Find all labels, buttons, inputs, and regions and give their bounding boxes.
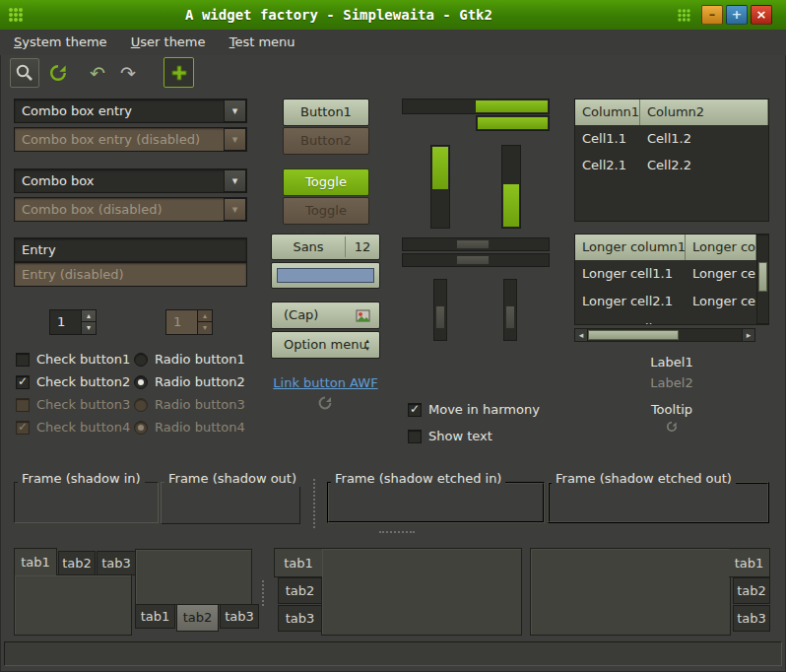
font-button[interactable]: Sans 12: [271, 234, 380, 260]
spin-up-icon: ▴: [198, 310, 212, 322]
refresh-button[interactable]: [43, 58, 73, 88]
tree-cell[interactable]: Longer ce: [686, 260, 756, 287]
cap-button[interactable]: (Cap): [271, 302, 380, 329]
tree-column-header[interactable]: Column1: [575, 100, 640, 125]
color-button[interactable]: [271, 262, 380, 289]
checkbox-box: ✓: [408, 403, 422, 417]
menu-system-theme[interactable]: System theme: [4, 30, 117, 55]
chevron-down-icon: ▾: [232, 203, 238, 216]
checkbox-box: ✓: [16, 421, 30, 435]
tree-cell[interactable]: Cell1.2: [640, 125, 768, 152]
link-button[interactable]: Link button AWF: [273, 375, 377, 390]
radio-circle: [134, 375, 148, 389]
tree-cell[interactable]: Cell2.1: [575, 152, 640, 178]
tab-right-1[interactable]: tab1: [729, 548, 770, 577]
scrollbar-handle[interactable]: [456, 255, 490, 265]
tab-bottom-3[interactable]: tab3: [220, 604, 259, 629]
checkbox-box: [16, 353, 30, 367]
tab-right-3[interactable]: tab3: [733, 605, 770, 632]
vertical-scale-2[interactable]: [501, 145, 521, 229]
arrow-left-icon[interactable]: ◂: [575, 329, 588, 341]
minimize-button[interactable]: –: [701, 5, 723, 25]
menu-test-menu[interactable]: Test menu: [220, 30, 305, 55]
horizontal-scrollbar-2[interactable]: [402, 253, 550, 267]
chevron-down-icon: ▾: [232, 104, 238, 117]
spin-button[interactable]: 1 ▴ ▾: [49, 309, 97, 335]
close-button[interactable]: ×: [751, 5, 772, 25]
minimize-icon: –: [709, 7, 716, 22]
vertical-scale-1[interactable]: [430, 145, 450, 229]
tab-bottom-2[interactable]: tab2: [176, 604, 219, 632]
horizontal-scrollbar-1[interactable]: [402, 237, 550, 251]
maximize-icon: +: [732, 7, 743, 22]
text-entry[interactable]: Entry: [14, 237, 247, 262]
tree-horizontal-scrollbar[interactable]: ◂ ▸: [574, 328, 755, 342]
scrollbar-handle[interactable]: [588, 330, 679, 340]
reload-icon[interactable]: [317, 395, 333, 411]
scrollbar-handle[interactable]: [456, 239, 490, 249]
tab-top-1[interactable]: tab1: [14, 548, 57, 575]
tab-left-1[interactable]: tab1: [274, 548, 322, 577]
radio-circle: [134, 398, 148, 412]
button2-disabled: Button2: [283, 127, 369, 155]
vertical-scrollbar-1[interactable]: [433, 279, 447, 341]
tree-cell[interactable]: Cell1.1: [575, 125, 640, 152]
combo-box[interactable]: Combo box: [14, 168, 247, 193]
combo-box-entry[interactable]: Combo box entry: [14, 99, 247, 123]
tree-cell[interactable]: Longer ce: [686, 315, 756, 325]
scale-slider[interactable]: [432, 147, 448, 189]
tab-left-3[interactable]: tab3: [278, 605, 322, 632]
spin-up-icon[interactable]: ▴: [82, 310, 96, 322]
option-menu[interactable]: Option menu ▴▾: [271, 331, 380, 359]
tree-vertical-scrollbar[interactable]: [756, 235, 769, 324]
maximize-button[interactable]: +: [726, 5, 748, 25]
spin-value: 1: [166, 310, 197, 334]
scrollbar-handle[interactable]: [505, 305, 515, 329]
check-icon: ✓: [18, 420, 28, 434]
toolbar: ↶ ↷: [0, 55, 786, 93]
tab-top-3[interactable]: tab3: [97, 551, 136, 575]
tree-column-header[interactable]: Column2: [640, 100, 768, 125]
arrow-right-icon[interactable]: ▸: [742, 329, 754, 341]
tab-right-2[interactable]: tab2: [733, 577, 770, 604]
dots-grid-icon[interactable]: [677, 8, 691, 23]
tree-cell[interactable]: Longer cell2.1: [575, 288, 686, 314]
tree-cell[interactable]: Longer cell3.1: [575, 315, 686, 325]
tree-view-2[interactable]: Longer column1 Longer co Longer cell1.1 …: [574, 234, 769, 325]
tab-left-2[interactable]: tab2: [278, 577, 322, 604]
frame-shadow-in: [14, 482, 159, 523]
tree-column-header[interactable]: Longer co: [686, 235, 756, 260]
toggle-button1[interactable]: Toggle button1: [283, 168, 369, 196]
frame-label: Frame (shadow in): [18, 471, 145, 487]
chevron-down-icon: ▾: [232, 133, 238, 146]
tree-cell[interactable]: Longer ce: [686, 288, 756, 314]
toggle-button2-disabled: Toggle button2: [283, 197, 369, 225]
vertical-scrollbar-2[interactable]: [503, 279, 517, 341]
spin-down-icon[interactable]: ▾: [82, 322, 96, 334]
combo-box-dropdown[interactable]: ▾: [224, 169, 246, 192]
scrollbar-handle[interactable]: [758, 262, 767, 292]
combo-box-entry-dropdown[interactable]: ▾: [224, 100, 246, 122]
radio-circle: [134, 421, 148, 435]
titlebar[interactable]: A widget factory - Simplewaita - Gtk2 – …: [0, 0, 786, 30]
tree-view-1[interactable]: Column1 Column2 Cell1.1 Cell1.2 Cell2.1 …: [574, 99, 769, 222]
scrollbar-handle[interactable]: [435, 305, 445, 329]
redo-button[interactable]: ↷: [113, 58, 143, 88]
menu-user-theme[interactable]: User theme: [121, 30, 216, 55]
scale-slider[interactable]: [503, 184, 519, 227]
zoom-button[interactable]: [10, 58, 39, 88]
tab-bottom-1[interactable]: tab1: [135, 604, 175, 629]
button1[interactable]: Button1: [283, 99, 369, 126]
undo-button[interactable]: ↶: [83, 58, 112, 88]
add-button[interactable]: [164, 57, 194, 88]
font-size: 12: [346, 235, 379, 259]
tree-column-header[interactable]: Longer column1: [575, 235, 686, 260]
combo-box-disabled: Combo box (disabled): [14, 197, 247, 222]
add-icon: [170, 64, 188, 82]
frame-label: Frame (shadow etched in): [331, 471, 505, 487]
tree-cell[interactable]: Longer cell1.1: [575, 260, 686, 287]
tab-top-2[interactable]: tab2: [58, 551, 96, 575]
refresh-icon: [48, 63, 68, 83]
tree-cell[interactable]: Cell2.2: [640, 152, 768, 178]
tooltip-label: Tooltip: [574, 402, 769, 418]
